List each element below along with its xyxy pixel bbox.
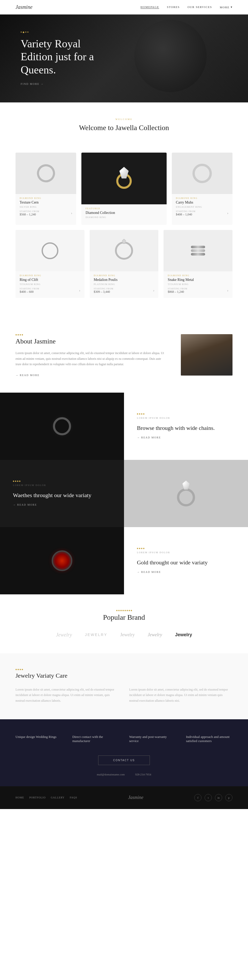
social-twitter[interactable]: t [205,794,212,801]
product-arrow-5[interactable]: › [153,289,155,293]
about-text: Lorem ipsum dolor sit amet, consectetur … [16,350,165,367]
contact-us-button[interactable]: CONTACT US [98,756,150,765]
product-image-1 [16,153,76,194]
product-price-6: $868 – 1,240 [167,290,187,294]
about-content: About Jasmine Lorem ipsum dolor sit amet… [16,334,165,377]
dot-2 [17,334,19,336]
hero-content: Variety Royal Edition just for a Queens.… [0,16,129,101]
feature-watches-image [124,460,248,527]
hero-circle-decoration [134,20,207,92]
product-name-featured: Diamond Collection [85,211,162,215]
care-title: Jewelry Variaty Care [16,672,232,679]
product-arrow-6[interactable]: › [227,289,228,293]
product-arrow-1[interactable]: › [71,211,72,215]
feature-gold-content: LOREM IPSUM DOLOR Gold throught our wide… [124,527,248,594]
product-label-3: DIAMOND RING [176,197,228,199]
feature-browse-content: LOREM IPSUM DOLOR Browse through with wi… [124,393,248,460]
brand-5[interactable]: Jewelry [175,632,192,638]
footer-item-3: Warranty and post-warranty service [129,735,176,745]
about-read-more[interactable]: READ MORE [16,374,39,377]
welcome-label: WELCOME [16,118,232,121]
feature-block-browse-image [0,393,124,460]
product-label-5: DIAMOND RING [94,274,155,277]
ring-icon-5 [115,242,133,260]
product-name-3: Carry Muhs [176,200,228,205]
footer-nav-portfolio[interactable]: PORTFOLIO [29,796,46,799]
gold-title: Gold throught our wide variaty [137,559,235,566]
footer-item-4: Individual approach and amount satisfied… [186,735,232,745]
welcome-section: WELCOME Welcome to Jawella Collection [0,102,248,153]
dot-4 [22,334,23,336]
gold-sublabel: LOREM IPSUM DOLOR [137,551,235,554]
brands-title: Popular Brand [16,613,232,622]
watches-sublabel: LOREM IPSUM DOLOR [13,484,111,487]
brand-3[interactable]: Jewelry [120,632,135,638]
social-facebook[interactable]: f [194,794,202,801]
product-type-5: PLATINUM RING [94,283,155,286]
footer-phone-1: 928-214-7654 [135,773,151,776]
gold-deco-dots [137,548,235,549]
product-price-row-6: STARTING FROM $868 – 1,240 › [167,288,228,294]
nav-link-homepage[interactable]: HOMEPAGE [141,5,159,9]
footer-contact-center: CONTACT US mail@domainname.com 928-214-7… [16,756,232,776]
footer-nav-gallery[interactable]: GALLERY [51,796,65,799]
product-card-medalion-poulis: DIAMOND RING Medalion Poulis PLATINUM RI… [90,230,159,298]
footer-item-title-3: Warranty and post-warranty service [129,735,176,743]
watches-deco-dots [13,480,111,482]
brands-section: Popular Brand Jewelry JEWELRY Jewelry Je… [0,594,248,653]
product-card-featured: FEATURED Diamond Collection DIAMOND RING [81,153,166,225]
browse-read-more[interactable]: READ MORE [137,436,235,439]
feature-block-gold-content: LOREM IPSUM DOLOR Gold throught our wide… [124,527,248,594]
nav-link-more[interactable]: MORE ▾ [220,5,232,9]
feature-block-watches-image [124,460,248,527]
watches-read-more[interactable]: READ MORE [13,503,111,506]
ring-icon-4 [42,242,58,259]
product-name-6: Snake Ring Metal [167,278,228,282]
about-title: About Jasmine [16,337,165,345]
brand-1[interactable]: Jewelry [56,632,72,638]
about-image [181,334,232,375]
brand-4[interactable]: Jewelry [148,632,162,638]
product-type-4: TITANIUM RING [20,283,81,286]
footer-item-title-2: Direct contact with the manufacturer [72,735,119,743]
footer-item-2: Direct contact with the manufacturer [72,735,119,745]
hero-cta-button[interactable]: FIND MORE [21,83,109,85]
feature-block-browse-content: LOREM IPSUM DOLOR Browse through with wi… [124,393,248,460]
product-price-3: $408 – 1,040 [176,213,196,216]
ring-icon-6 [191,246,205,256]
product-image-featured [81,153,166,204]
hero-title: Variety Royal Edition just for a Queens. [21,37,109,76]
footer-nav-home[interactable]: HOME [16,796,24,799]
brand-2[interactable]: JEWELRY [85,633,107,637]
footer-nav-faqs[interactable]: FAQS [70,796,77,799]
brands-deco-dots [16,610,232,611]
product-type-6: TITANIUM RING [167,283,228,286]
ring-band-1 [191,246,205,248]
bottom-footer: HOME PORTFOLIO GALLERY FAQS Jasmine f t … [0,786,248,809]
product-arrow-3[interactable]: › [227,211,228,215]
hero-section: Variety Royal Edition just for a Queens.… [0,14,248,102]
product-arrow-4[interactable]: › [79,289,81,293]
nav-link-services[interactable]: OUR SERVICES [188,5,212,9]
product-label-4: DIAMOND RING [20,274,81,277]
social-pinterest[interactable]: p [225,794,232,801]
gold-read-more[interactable]: READ MORE [137,571,235,573]
product-card-ring-of-clift: DIAMOND RING Ring of Clift TITANIUM RING… [16,230,84,298]
product-grid: DIAMOND RING Texture Cern SILVER RING ST… [0,153,248,319]
social-linkedin[interactable]: in [215,794,222,801]
care-section: Jewelry Variaty Care Lorem ipsum dolor s… [0,653,248,719]
watches-title: Waethes throught our wide variaty [13,492,111,499]
footer-social: f t in p [194,794,232,801]
product-price-4: $400 – 600 [20,290,39,294]
product-price-label-1: STARTING FROM [20,210,39,213]
product-price-row-4: STARTING FROM $400 – 600 › [20,288,81,294]
about-deco-dots [16,334,165,336]
product-type-featured: DIAMOND RING [85,216,162,218]
navbar: Jasmine HOMEPAGE STORES OUR SERVICES MOR… [0,0,248,14]
product-image-5 [90,230,159,271]
nav-link-stores[interactable]: STORES [167,5,180,9]
feature-watches-content: LOREM IPSUM DOLOR Waethes throught our w… [0,460,124,527]
nav-logo[interactable]: Jasmine [16,4,33,10]
hero-dot-3 [25,32,26,33]
footer-item-1: Unique design Wedding Rings [16,735,62,745]
